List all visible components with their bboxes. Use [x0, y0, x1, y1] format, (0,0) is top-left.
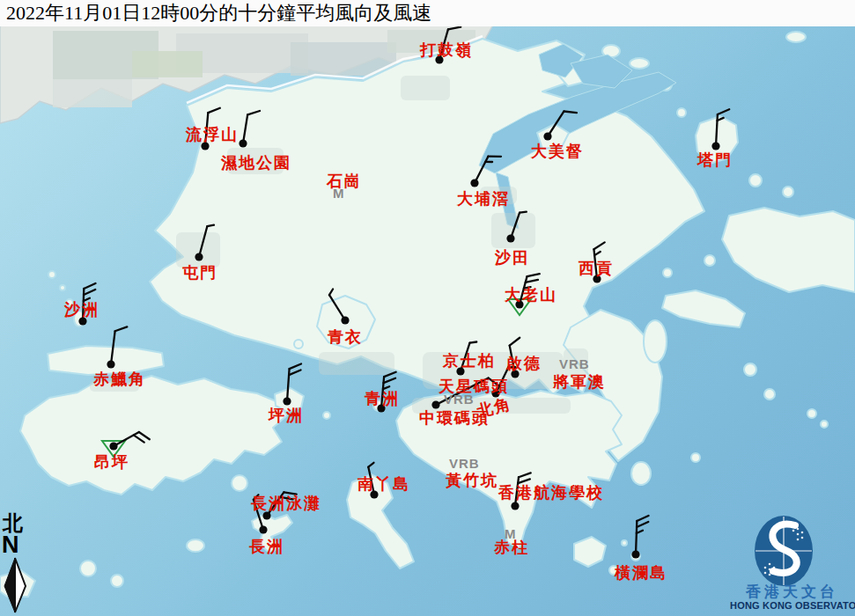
- north-label-cn: 北: [3, 513, 23, 533]
- station-label-waglan-island: 橫瀾島: [615, 565, 667, 581]
- station-label-cheung-chau: 長洲: [249, 539, 284, 554]
- wind-barb-icon: [636, 516, 649, 555]
- station-label-kai-tak: 啟德: [506, 356, 542, 371]
- station-label-green-island: 青洲: [365, 391, 400, 407]
- station-dot: [195, 253, 203, 260]
- station-dot: [283, 397, 291, 405]
- station-label-stanley: 赤柱: [494, 539, 529, 555]
- station-label-tseung-kwan-o: 將軍澳: [553, 374, 606, 390]
- compass-needle-icon: [2, 556, 28, 614]
- station-label-cheung-chau-beach: 長洲泳灘: [251, 495, 321, 511]
- station-label-hk-sea-school: 香港航海學校: [498, 485, 604, 501]
- map-title: 2022年11月01日12時00分的十分鐘平均風向及風速: [0, 0, 855, 26]
- hko-logo: 香港天文台 HONG KONG OBSERVATORY: [729, 513, 855, 616]
- station-dot: [543, 132, 551, 140]
- north-label-en: N: [2, 533, 19, 557]
- station-label-chek-lap-kok: 赤鱲角: [93, 371, 146, 387]
- station-label-wetland-park: 濕地公園: [221, 155, 291, 171]
- station-note-tseung-kwan-o: VRB: [559, 357, 590, 370]
- station-note-wong-chuk-hang: VRB: [449, 457, 480, 470]
- station-label-star-ferry: 天星碼頭: [439, 378, 509, 394]
- station-label-lamma-island: 南丫島: [357, 476, 410, 492]
- station-label-sha-tin: 沙田: [495, 250, 530, 266]
- station-marker-waglan-island: [631, 516, 648, 559]
- station-label-tsing-yi: 青衣: [328, 329, 363, 345]
- station-dot: [259, 525, 267, 533]
- station-dot: [506, 234, 514, 242]
- station-label-tai-mei-tuk: 大美督: [531, 143, 584, 159]
- station-label-lau-fau-shan: 流浮山: [186, 127, 239, 143]
- station-label-kings-park: 京士柏: [443, 353, 496, 369]
- hko-logo-name-cn: 香港天文台: [736, 584, 848, 599]
- station-dot: [341, 316, 349, 324]
- station-dot: [239, 139, 247, 147]
- station-label-tates-cairn: 大老山: [505, 287, 557, 303]
- station-label-tap-mun: 塔門: [697, 152, 733, 168]
- station-dot: [431, 400, 439, 408]
- station-dot: [109, 442, 117, 450]
- station-dot: [107, 360, 114, 368]
- station-label-ta-kwu-ling: 打鼓嶺: [420, 42, 473, 58]
- station-label-tai-po-kau: 大埔滘: [457, 191, 510, 207]
- hko-wind-map: 打鼓嶺流浮山濕地公園M石崗大美督塔門大埔滘沙田西貢大老山屯門沙洲赤鱲角青衣坪洲青…: [0, 0, 855, 616]
- station-dot: [631, 550, 639, 558]
- station-label-sai-kung: 西貢: [579, 260, 614, 276]
- hk-map-svg: [0, 0, 855, 616]
- hko-logo-name-en: HONG KONG OBSERVATORY: [730, 601, 854, 611]
- station-dot: [262, 511, 270, 519]
- station-label-ngong-ping: 昂坪: [94, 454, 129, 470]
- station-label-tuen-mun: 屯門: [182, 265, 217, 281]
- hk-land-masses: [0, 32, 855, 597]
- station-dot: [511, 502, 519, 510]
- station-label-wong-chuk-hang: 黃竹坑: [446, 473, 498, 488]
- station-label-shek-kong: 石崗: [327, 173, 362, 189]
- station-label-peng-chau: 坪洲: [269, 407, 304, 423]
- hko-logo-icon: [754, 515, 814, 589]
- station-label-sha-chau: 沙洲: [64, 302, 100, 318]
- station-dot: [711, 142, 719, 150]
- station-dot: [470, 179, 478, 187]
